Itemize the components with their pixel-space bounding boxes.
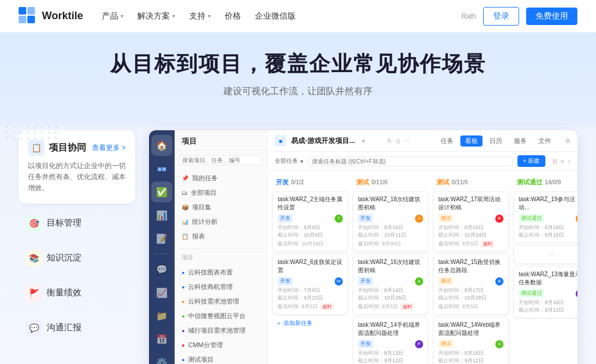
share-icon[interactable]: ⎙ [396, 138, 400, 144]
sidebar-task[interactable]: ✅ [151, 181, 172, 202]
sidebar-chart[interactable]: 📊 [151, 205, 172, 226]
kanban-card[interactable]: ··· [513, 245, 577, 264]
card-end-label: 截止时间：9月12日 [358, 357, 423, 364]
feature-project[interactable]: 📋 项目协同 查看更多 > 以项目化的方式让企业中的一切任务井然有条、优化流程、… [19, 130, 135, 204]
nav-support[interactable]: 支持 ▾ [189, 11, 211, 22]
tab-task[interactable]: 任务 [436, 135, 458, 147]
kanban-card[interactable]: task:WARZ_17双周活动设计初稿 测试 R 开始时间：8月15日 截止时… [433, 191, 509, 252]
project-list: ● 云科技图表布置 ● 云科技商机管理 ● 云科技需求池管理 ● 中信微整视图云… [175, 263, 267, 364]
card-avatar: G [495, 340, 503, 348]
menu-analysis[interactable]: 📊统计分析 [175, 215, 267, 229]
col-count-test2: 0/11/0 [452, 179, 468, 185]
menu-report[interactable]: 📋报表 [175, 229, 267, 244]
nav-solution[interactable]: 解决方案 ▾ [137, 11, 175, 22]
menu-my-tasks[interactable]: 📌我的任务 [175, 171, 267, 185]
task-search-input[interactable] [308, 156, 513, 166]
logo[interactable]: Worktile [19, 7, 83, 26]
card-start-label: 开始时间：8月14日 [358, 287, 423, 294]
chevron-icon: ▾ [300, 158, 303, 165]
left-panel-search [175, 151, 267, 169]
project-item[interactable]: ● 云科技商机管理 [175, 280, 267, 294]
project-item[interactable]: ● 中信微整视图云平台 [175, 309, 267, 323]
project-item[interactable]: ● 云科技图表布置 [175, 265, 267, 280]
filter-icon[interactable]: ⊟ [552, 158, 557, 165]
card-status-tag: 开发 [358, 340, 373, 348]
add-task-button[interactable]: + 新建 [517, 155, 546, 167]
hero-title: 从目标到项目，覆盖企业常见协作场景 [0, 50, 596, 78]
card-avatar: O [576, 215, 577, 223]
kanban-card[interactable]: task:WARZ_15跑登切换任务总路段 测试 B 开始时间：8月17日 截止… [433, 254, 509, 315]
kanban-card[interactable]: task:WARZ_2主端任务属性设置 开发 T 开始时间：8月6日 截止时间：… [272, 191, 348, 252]
dots-decoration [6, 126, 58, 140]
card-end-label: 截止时间：9月15日 [519, 231, 577, 239]
project-item[interactable]: ● 云科技需求池管理 [175, 294, 267, 309]
card-end-label: 截止时间：10月28日 [358, 294, 423, 302]
feature-desc: 以项目化的方式让企业中的一切任务井然有条、优化流程、减本增效。 [28, 160, 126, 194]
board-area: ■ 易成-游戏开发项目... ▾ ↻ ⎙ ··· 任务 看板 日历 服务 [268, 130, 577, 364]
tab-kanban[interactable]: 看板 [460, 135, 483, 147]
filter-all-tasks[interactable]: 全部任务 ▾ [275, 157, 303, 165]
sidebar-calendar[interactable]: 📅 [151, 329, 172, 349]
menu-all-projects[interactable]: 🗂全部项目 [175, 185, 267, 200]
sidebar-project[interactable]: ■■ [151, 158, 172, 179]
kanban-card[interactable]: task:WARZ_19参与活动... 测试通过 O 开始时间：8月16日 截止… [513, 191, 577, 243]
nav-product[interactable]: 产品 ▾ [102, 11, 123, 22]
kanban-col-test2: 测试 0/11/0 task:WARZ_17双周活动设计初稿 测试 R 开始时间… [433, 176, 509, 364]
overdue-tag: 超时 [481, 240, 495, 248]
project-item[interactable]: ● 测试项目 [175, 352, 267, 364]
sidebar-report[interactable]: 📈 [151, 282, 172, 303]
card-status-tag: 测试 [438, 340, 453, 348]
card-start-label: 开始时间：8月6日 [278, 224, 343, 231]
menu-project-set[interactable]: 📦项目集 [175, 200, 267, 215]
sidebar-chat[interactable]: 💬 [151, 259, 172, 280]
sort-icon[interactable]: ↕ [567, 158, 570, 165]
board-icon: ■ [275, 135, 286, 147]
col-title-test2: 测试 [437, 178, 449, 187]
kanban-card[interactable]: task:WARZ_16次结建筑图初稿 开发 A 开始时间：8月14日 截止时间… [353, 254, 428, 315]
card-end-label: 截止时间：9月12日 [519, 306, 577, 314]
card-start-label: 开始时间：8月16日 [438, 349, 503, 357]
free-trial-button[interactable]: 免费使用 [526, 8, 577, 25]
feature-link[interactable]: 查看更多 > [92, 143, 126, 153]
kanban-card[interactable]: task:WARZ_14Web端界面适配问题处理 测试 G 开始时间：8月16日… [433, 317, 509, 364]
refresh-icon[interactable]: ↻ [387, 138, 392, 144]
login-button[interactable]: 登录 [483, 7, 519, 26]
card-avatar: A [415, 277, 423, 286]
feature-goal[interactable]: 🎯 目标管理 [19, 208, 135, 238]
kanban-card[interactable]: task:WARZ_14手机端界面适配问题处理 开发 P 开始时间：8月13日 … [353, 317, 428, 364]
svg-rect-2 [19, 16, 26, 23]
svg-rect-0 [19, 7, 26, 15]
feature-performance[interactable]: 🚩 衡量绩效 [19, 278, 135, 308]
nav-price[interactable]: 价格 [225, 11, 241, 22]
tab-calendar[interactable]: 日历 [485, 135, 507, 147]
kanban-card[interactable]: task:WARZ_18次结建筑图初稿 开发 U 开始时间：8月16日 截止时间… [353, 191, 428, 252]
card-title: task:WARZ_17双周活动设计初稿 [438, 195, 503, 212]
sidebar-home[interactable]: 🏠 [151, 135, 172, 156]
tab-file[interactable]: 文件 [534, 135, 556, 147]
sidebar-files[interactable]: 📁 [151, 305, 172, 326]
project-search-input[interactable] [179, 155, 262, 165]
project-item[interactable]: ● CMM分管理 [175, 338, 267, 352]
add-task-dev[interactable]: ＋ 添加新任务 [272, 317, 348, 330]
board-project-title: 易成-游戏开发项目... [291, 136, 355, 146]
chevron-down-icon: ▾ [172, 13, 175, 19]
group-icon[interactable]: ≡ [560, 158, 564, 165]
nav-wechat[interactable]: 企业微信版 [255, 11, 296, 22]
card-title: task:WARZ_6皮肤策定设置 [278, 258, 343, 274]
kanban-card[interactable]: task:WARZ_13海量显示任务数据 测试通过 V 开始时间：8月16日 截… [513, 266, 577, 318]
card-avatar: V [576, 290, 577, 298]
more-icon[interactable]: ··· [405, 138, 409, 144]
hero-section: 从目标到项目，覆盖企业常见协作场景 建设可视化工作流，让团队井然有序 [0, 50, 596, 116]
col-title-passed: 测试通过 [517, 178, 542, 187]
kanban-card[interactable]: task:WARZ_6皮肤策定设置 开发 W 开始时间：7月6日 截止时间：9月… [272, 254, 348, 315]
card-status-tag: 开发 [358, 277, 373, 286]
card-avatar: P [415, 340, 423, 348]
sidebar-doc[interactable]: 📝 [151, 228, 172, 249]
tab-service[interactable]: 服务 [509, 135, 531, 147]
card-status-tag: 测试通过 [519, 214, 544, 223]
settings-icon[interactable]: ⚙ [565, 138, 570, 144]
sidebar-settings[interactable]: ⚙️ [151, 352, 172, 364]
feature-report[interactable]: 💬 沟通汇报 [19, 313, 135, 343]
feature-knowledge[interactable]: 📚 知识沉淀 [19, 243, 135, 273]
project-item[interactable]: ● 城行项目需求池管理 [175, 323, 267, 338]
